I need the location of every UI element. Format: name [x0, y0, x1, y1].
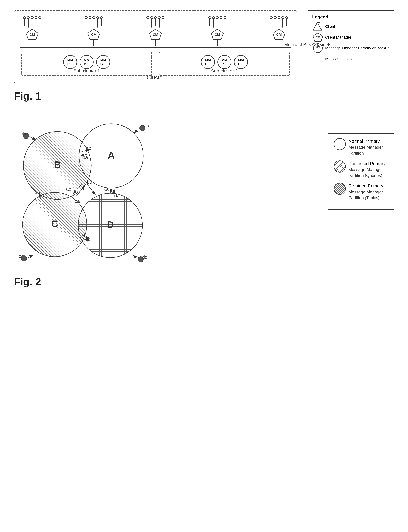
- restricted-subtitle: Message ManagerPartition (Queues): [348, 167, 386, 178]
- node-B-label: B: [54, 159, 61, 170]
- client-line: [209, 19, 210, 26]
- client-endpoint: [85, 16, 87, 19]
- fig2-label: Fig. 2: [14, 276, 394, 288]
- clients-fan-1: [23, 16, 41, 28]
- client-endpoint: [223, 16, 226, 19]
- line-aa: [134, 128, 140, 133]
- cm-stem-3: CM: [146, 16, 164, 46]
- normal-circle-icon: [334, 138, 346, 150]
- svg-text:CM: CM: [276, 33, 281, 36]
- client-line: [213, 19, 214, 28]
- retained-title: Retained Primary: [348, 183, 383, 189]
- client-endpoint: [27, 16, 30, 19]
- v-connector: [155, 41, 156, 46]
- restricted-circle-icon: [334, 160, 346, 173]
- line-dd: [133, 255, 138, 259]
- subclusters-row: MMP MMB MMB Sub-cluster 1 MMP MM: [20, 52, 291, 76]
- fig1-diagram: CM: [14, 10, 394, 83]
- client-line: [163, 19, 163, 26]
- client-endpoint: [270, 16, 273, 19]
- edge-label-da: da: [114, 193, 120, 198]
- client-line: [94, 19, 94, 26]
- legend-client-label: Client: [325, 24, 335, 29]
- cluster-label: Cluster: [147, 74, 164, 81]
- client-endpoint: [96, 16, 99, 19]
- client-line: [217, 19, 217, 26]
- edge-label-cd: cd: [82, 232, 87, 237]
- client-endpoint: [92, 16, 95, 19]
- client-line: [32, 19, 33, 26]
- mm-node-1b1: MMB: [80, 55, 94, 69]
- client-line: [101, 19, 102, 26]
- fig2-legend: Normal Primary Message ManagerPartition …: [328, 133, 394, 210]
- client-line: [155, 19, 156, 26]
- mm-node-2p2: MMP: [217, 55, 231, 69]
- client-line: [221, 19, 221, 28]
- subcluster-1: MMP MMB MMB Sub-cluster 1: [21, 52, 152, 76]
- legend-title: Legend: [312, 14, 389, 20]
- mm-node-2b: MMB: [234, 55, 248, 69]
- v-connector: [32, 41, 33, 46]
- subcluster-2-label: Sub-cluster 2: [211, 68, 238, 74]
- fig2-diagram: A B C D ab ba: [14, 116, 394, 272]
- client-legend-icon: [312, 22, 323, 31]
- client-line: [282, 19, 283, 28]
- client-line: [40, 19, 40, 26]
- clients-fan-4: [208, 16, 226, 28]
- subcluster-2: MMP MMP MMB Sub-cluster 2: [159, 52, 289, 76]
- multicast-channels-label: Multicast Bus Channels: [284, 41, 332, 48]
- node-D-label: D: [107, 219, 114, 230]
- pentagon-icon: CM: [312, 32, 323, 43]
- retained-circle-icon: [334, 183, 346, 195]
- fig2-main: A B C D ab ba: [14, 116, 318, 272]
- v-connector: [217, 41, 218, 46]
- client-line: [271, 19, 272, 26]
- cm-pentagon-5: CM: [272, 28, 286, 41]
- edge-label-ab: ab: [86, 146, 91, 151]
- mm-row-2: MMP MMP MMB: [162, 55, 286, 69]
- client-line: [279, 19, 279, 26]
- line-bb: [29, 136, 36, 140]
- client-endpoint: [278, 16, 280, 19]
- multicast-bus: [20, 47, 291, 49]
- cm-stem-2: CM: [85, 16, 103, 46]
- fig2-svg: A B C D ab ba: [14, 116, 170, 272]
- client-endpoint: [23, 16, 26, 19]
- client-line: [286, 19, 287, 26]
- clients-fan-3: [146, 16, 164, 28]
- edge-bd: [87, 184, 95, 195]
- client-endpoint: [154, 16, 157, 19]
- line-cc: [27, 255, 34, 258]
- legend-item-cm: CM Client Manager: [312, 33, 389, 42]
- client-line: [90, 19, 90, 28]
- dotted-separator: [42, 31, 85, 31]
- client-endpoint: [38, 16, 41, 19]
- client-endpoint: [212, 16, 215, 19]
- node-C-label: C: [51, 218, 58, 229]
- subcluster-1-label: Sub-cluster 1: [74, 68, 100, 74]
- label-cc: cc: [19, 253, 24, 259]
- edge-label-cb: cb: [35, 190, 40, 195]
- restricted-title: Restricted Primary: [348, 160, 386, 167]
- legend-restricted-text: Restricted Primary Message ManagerPartit…: [348, 160, 386, 178]
- cm-pentagon-3: CM: [148, 28, 162, 41]
- legend-item-restricted: Restricted Primary Message ManagerPartit…: [334, 160, 389, 178]
- page-container: CM: [0, 0, 408, 532]
- fig2-legend-container: Normal Primary Message ManagerPartition …: [328, 116, 394, 210]
- edge-label-ad: ad: [104, 186, 110, 192]
- cm-legend-icon: CM: [312, 33, 323, 42]
- legend-normal-text: Normal Primary Message ManagerPartition: [348, 138, 383, 156]
- legend-cm-label: Client Manager: [325, 35, 351, 40]
- client-endpoint: [89, 16, 91, 19]
- normal-subtitle: Message ManagerPartition: [348, 144, 383, 156]
- retained-subtitle: Message ManagerPartition (Topics): [348, 189, 383, 201]
- svg-text:CM: CM: [316, 36, 320, 39]
- client-endpoint: [208, 16, 211, 19]
- svg-text:CM: CM: [214, 33, 220, 36]
- svg-text:CM: CM: [153, 33, 158, 36]
- client-endpoint: [281, 16, 284, 19]
- bus-container: Multicast Bus Channels: [20, 47, 291, 49]
- client-line: [159, 19, 160, 28]
- client-endpoint: [285, 16, 288, 19]
- clients-fan-2: [85, 16, 103, 28]
